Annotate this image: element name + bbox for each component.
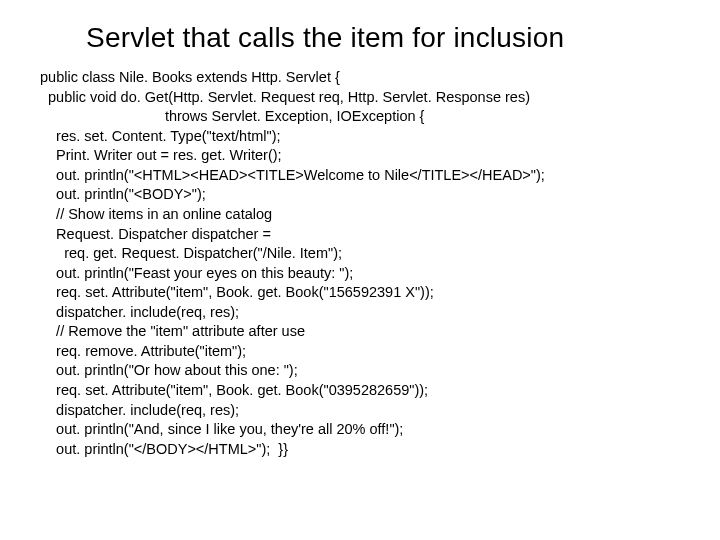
code-line: out. println("<HTML><HEAD><TITLE>Welcome… [40, 166, 690, 186]
code-line: res. set. Content. Type("text/html"); [40, 127, 690, 147]
code-line: out. println("Or how about this one: "); [40, 361, 690, 381]
code-line: req. remove. Attribute("item"); [40, 342, 690, 362]
code-line: out. println("<BODY>"); [40, 185, 690, 205]
slide-title: Servlet that calls the item for inclusio… [86, 22, 690, 54]
code-line: Request. Dispatcher dispatcher = [40, 225, 690, 245]
code-line: req. get. Request. Dispatcher("/Nile. It… [40, 244, 690, 264]
code-line: public void do. Get(Http. Servlet. Reque… [40, 88, 690, 108]
code-line: // Show items in an online catalog [40, 205, 690, 225]
code-line: Print. Writer out = res. get. Writer(); [40, 146, 690, 166]
code-line: out. println("</BODY></HTML>"); }} [40, 440, 690, 460]
code-line: out. println("And, since I like you, the… [40, 420, 690, 440]
code-line: // Remove the "item" attribute after use [40, 322, 690, 342]
code-line: req. set. Attribute("item", Book. get. B… [40, 283, 690, 303]
code-line: dispatcher. include(req, res); [40, 401, 690, 421]
code-line: dispatcher. include(req, res); [40, 303, 690, 323]
code-line: req. set. Attribute("item", Book. get. B… [40, 381, 690, 401]
code-line: throws Servlet. Exception, IOException { [40, 107, 690, 127]
code-line: out. println("Feast your eyes on this be… [40, 264, 690, 284]
code-line: public class Nile. Books extends Http. S… [40, 68, 690, 88]
slide: Servlet that calls the item for inclusio… [0, 0, 720, 540]
code-block: public class Nile. Books extends Http. S… [40, 68, 690, 459]
